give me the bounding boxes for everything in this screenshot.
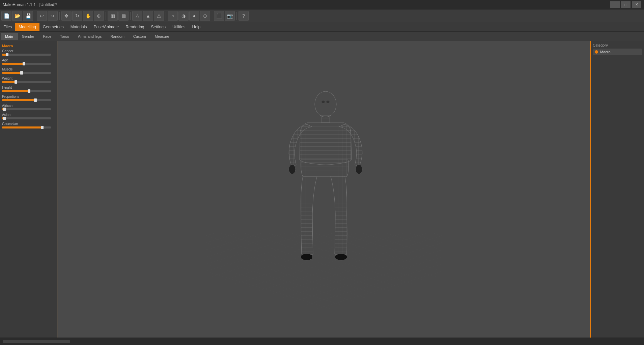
light-add-button[interactable]: △	[132, 11, 142, 21]
height-slider[interactable]	[2, 90, 51, 92]
menu-utilities[interactable]: Utilities	[169, 23, 189, 31]
help-button[interactable]: ?	[239, 11, 249, 21]
menu-geometries[interactable]: Geometries	[39, 23, 67, 31]
gender-slider-group: Gender	[2, 49, 55, 56]
svg-point-1	[315, 91, 336, 117]
window-title: MakeHuman 1.1.1 - [Untitled]*	[3, 2, 57, 7]
category-macro-item[interactable]: Macro	[593, 49, 642, 55]
select-button[interactable]: ✥	[61, 11, 72, 21]
left-panel: Macro Gender Age Muscle	[0, 41, 57, 338]
screenshot-button[interactable]: 📷	[225, 11, 235, 21]
light-spot-button[interactable]: ⚠	[154, 11, 164, 21]
macro-section-title: Macro	[2, 44, 55, 48]
muscle-slider-group: Muscle	[2, 67, 55, 74]
asian-thumb	[3, 117, 6, 120]
close-button[interactable]: ✕	[632, 1, 641, 8]
height-fill	[2, 90, 29, 92]
window-controls: ─ □ ✕	[610, 1, 641, 8]
proportions-slider[interactable]	[2, 99, 51, 101]
african-slider-group: African	[2, 104, 55, 110]
height-slider-group: Height	[2, 86, 55, 92]
new-button[interactable]: 📄	[1, 11, 11, 21]
caucasian-slider-group: Caucasian	[2, 122, 55, 128]
camera-button[interactable]: ⬛	[214, 11, 224, 21]
weight-fill	[2, 81, 16, 83]
separator-5	[166, 12, 166, 20]
tab-main[interactable]: Main	[1, 33, 18, 40]
menu-files[interactable]: Files	[0, 23, 15, 31]
light-dir-button[interactable]: ▲	[143, 11, 153, 21]
zoom-button[interactable]: ⊕	[94, 11, 104, 21]
tab-random[interactable]: Random	[106, 33, 129, 40]
category-label: Category	[593, 43, 642, 47]
macro-label: Macro	[600, 50, 611, 54]
maximize-button[interactable]: □	[621, 1, 631, 8]
menu-settings[interactable]: Settings	[148, 23, 169, 31]
tab-torso[interactable]: Torso	[56, 33, 74, 40]
rotate-button[interactable]: ↻	[72, 11, 82, 21]
caucasian-slider[interactable]	[2, 126, 51, 128]
muscle-label: Muscle	[2, 67, 55, 71]
weight-thumb	[15, 80, 17, 84]
save-button[interactable]: 💾	[23, 11, 33, 21]
weight-label: Weight	[2, 77, 55, 80]
separator-2	[59, 12, 60, 20]
menu-materials[interactable]: Materials	[67, 23, 90, 31]
menu-modelling[interactable]: Modelling	[15, 23, 39, 31]
svg-point-5	[301, 254, 313, 260]
viewport[interactable]	[57, 41, 590, 338]
age-slider[interactable]	[2, 63, 51, 65]
age-label: Age	[2, 58, 55, 62]
separator-4	[130, 12, 131, 20]
proportions-slider-group: Proportions	[2, 95, 55, 101]
pan-button[interactable]: ✋	[83, 11, 93, 21]
sphere-button[interactable]: ○	[168, 11, 178, 21]
smooth-button[interactable]: ⊙	[200, 11, 210, 21]
toolbar: 📄 📂 💾 ↩ ↪ ✥ ↻ ✋ ⊕ ▦ ▩ △ ▲ ⚠ ○ ◑ ● ⊙ ⬛ 📷 …	[0, 9, 644, 22]
age-slider-group: Age	[2, 58, 55, 65]
redo-button[interactable]: ↪	[48, 11, 58, 21]
menu-pose-animate[interactable]: Pose/Animate	[90, 23, 122, 31]
proportions-fill	[2, 99, 35, 101]
svg-point-3	[289, 165, 296, 174]
weight-slider[interactable]	[2, 81, 51, 83]
height-thumb	[28, 89, 30, 93]
weight-slider-group: Weight	[2, 77, 55, 83]
svg-point-6	[335, 254, 347, 260]
tab-arms-legs[interactable]: Arms and legs	[74, 33, 106, 40]
muscle-slider[interactable]	[2, 72, 51, 74]
solid-button[interactable]: ●	[189, 11, 199, 21]
tab-custom[interactable]: Custom	[129, 33, 150, 40]
african-label: African	[2, 104, 55, 108]
proportions-label: Proportions	[2, 95, 55, 98]
muscle-thumb	[20, 71, 23, 75]
minimize-button[interactable]: ─	[610, 1, 620, 8]
asian-slider[interactable]	[2, 117, 51, 119]
menu-help[interactable]: Help	[189, 23, 204, 31]
tab-face[interactable]: Face	[39, 33, 56, 40]
asian-label: Asian	[2, 113, 55, 117]
separator-6	[212, 12, 212, 20]
undo-button[interactable]: ↩	[37, 11, 47, 21]
gender-slider[interactable]	[2, 54, 51, 56]
right-panel: Category Macro	[590, 41, 644, 338]
asian-slider-group: Asian	[2, 113, 55, 119]
grid-button[interactable]: ▦	[108, 11, 118, 21]
height-label: Height	[2, 86, 55, 89]
status-progress-bar	[3, 340, 70, 343]
african-thumb	[3, 108, 6, 111]
tab-gender[interactable]: Gender	[18, 33, 39, 40]
caucasian-fill	[2, 126, 42, 128]
muscle-fill	[2, 72, 22, 74]
human-figure	[273, 86, 374, 275]
wireframe-button[interactable]: ▩	[118, 11, 129, 21]
svg-rect-2	[321, 115, 330, 123]
svg-point-8	[326, 100, 330, 103]
menu-rendering[interactable]: Rendering	[122, 23, 147, 31]
tab-measure[interactable]: Measure	[150, 33, 174, 40]
open-button[interactable]: 📂	[12, 11, 22, 21]
african-slider[interactable]	[2, 108, 51, 110]
status-bar	[0, 338, 644, 345]
svg-point-4	[356, 165, 362, 174]
lighting-button[interactable]: ◑	[178, 11, 189, 21]
